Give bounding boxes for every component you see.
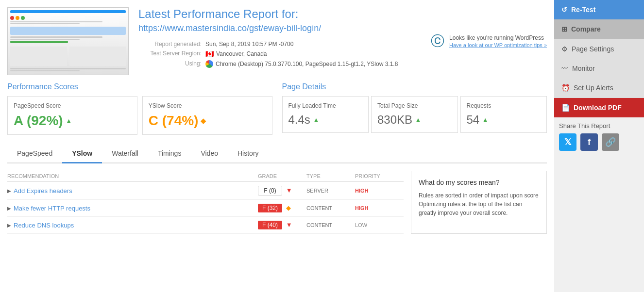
pagespeed-score-card: PageSpeed Score A (92%) ▲ bbox=[7, 96, 137, 135]
type-cell-3: CONTENT bbox=[306, 222, 355, 228]
wordpress-link[interactable]: Have a look at our WP optimization tips … bbox=[449, 42, 547, 48]
page-details-panel: Page Details Fully Loaded Time 4.4s ▲ To… bbox=[282, 82, 547, 135]
grade-cell-1: F (0) ▼ bbox=[258, 186, 306, 195]
priority-cell-2: HIGH bbox=[355, 205, 404, 211]
yslow-score-card: YSlow Score C (74%) ◆ bbox=[142, 96, 272, 135]
tab-yslow[interactable]: YSlow bbox=[62, 145, 102, 163]
fully-loaded-value: 4.4s ▲ bbox=[288, 113, 363, 127]
wordpress-notice: ⓒ Looks like you're running WordPress Ha… bbox=[431, 7, 547, 75]
total-size-label: Total Page Size bbox=[377, 102, 452, 109]
tab-pagespeed[interactable]: PageSpeed bbox=[7, 145, 62, 163]
tab-waterfall[interactable]: Waterfall bbox=[102, 145, 148, 163]
pagespeed-label: PageSpeed Score bbox=[14, 102, 131, 109]
yslow-label: YSlow Score bbox=[149, 102, 266, 109]
requests-value: 54 ▲ bbox=[467, 113, 541, 127]
test-server-value: 🇨🇦 Vancouver, Canada bbox=[205, 50, 267, 58]
requests-trend-icon: ▲ bbox=[482, 116, 489, 124]
compare-icon: ⊞ bbox=[561, 25, 567, 33]
expand-arrow-icon[interactable]: ▶ bbox=[7, 188, 11, 194]
grade-badge-1: F (0) bbox=[258, 186, 282, 195]
total-size-trend-icon: ▲ bbox=[415, 116, 422, 124]
rec-name-2[interactable]: ▶ Make fewer HTTP requests bbox=[7, 205, 258, 212]
test-server-label: Test Server Region: bbox=[138, 50, 202, 58]
report-generated-value: Sun, Sep 8, 2019 10:57 PM -0700 bbox=[205, 41, 293, 48]
canada-flag-icon: 🇨🇦 bbox=[205, 50, 214, 58]
retest-icon: ↺ bbox=[561, 6, 567, 14]
col-grade: GRADE bbox=[258, 173, 306, 179]
priority-cell-1: HIGH bbox=[355, 188, 404, 194]
pdf-icon: 📄 bbox=[561, 104, 570, 112]
yslow-trend-icon: ◆ bbox=[201, 117, 206, 125]
report-meta: Report generated: Sun, Sep 8, 2019 10:57… bbox=[138, 41, 407, 68]
what-scores-mean-box: What do my scores mean? Rules are sorted… bbox=[411, 171, 547, 234]
set-up-alerts-button[interactable]: ⏰ Set Up Alerts bbox=[554, 78, 644, 97]
download-pdf-button[interactable]: 📄 Download PDF bbox=[554, 98, 644, 117]
share-facebook-button[interactable]: f bbox=[580, 133, 598, 151]
report-heading: Latest Performance Report for: bbox=[138, 7, 407, 21]
compare-button[interactable]: ⊞ Compare bbox=[554, 19, 644, 39]
tab-history[interactable]: History bbox=[228, 145, 269, 163]
col-recommendation: RECOMMENDATION bbox=[7, 173, 258, 179]
recommendations-table: RECOMMENDATION GRADE TYPE PRIORITY ▶ Add… bbox=[7, 171, 404, 234]
site-preview bbox=[7, 7, 129, 75]
share-link-button[interactable]: 🔗 bbox=[602, 133, 619, 151]
what-box-line1: Rules are sorted in order of impact upon… bbox=[419, 191, 539, 200]
pagespeed-value: A (92%) ▲ bbox=[14, 113, 131, 129]
performance-scores-panel: Performance Scores PageSpeed Score A (92… bbox=[7, 82, 272, 135]
yslow-value: C (74%) ◆ bbox=[149, 113, 266, 129]
page-details-title: Page Details bbox=[282, 82, 547, 91]
using-value: Chrome (Desktop) 75.0.3770.100, PageSpee… bbox=[205, 60, 398, 68]
grade-badge-2: F (32) bbox=[258, 204, 282, 212]
tab-timings[interactable]: Timings bbox=[148, 145, 191, 163]
rec-name-3[interactable]: ▶ Reduce DNS lookups bbox=[7, 222, 258, 229]
what-box-title: What do my scores mean? bbox=[419, 178, 539, 186]
col-type: TYPE bbox=[306, 173, 355, 179]
col-priority: PRIORITY bbox=[355, 173, 404, 179]
grade-badge-3: F (40) bbox=[258, 221, 282, 229]
table-row: ▶ Add Expires headers F (0) ▼ SERVER HIG… bbox=[7, 182, 404, 200]
share-label: Share This Report bbox=[559, 122, 639, 130]
type-cell-1: SERVER bbox=[306, 188, 355, 194]
fully-loaded-trend-icon: ▲ bbox=[313, 116, 320, 124]
monitor-icon: 〰 bbox=[561, 65, 568, 72]
fully-loaded-card: Fully Loaded Time 4.4s ▲ bbox=[282, 96, 369, 133]
performance-scores-title: Performance Scores bbox=[7, 82, 272, 91]
requests-label: Requests bbox=[467, 102, 541, 109]
type-cell-2: CONTENT bbox=[306, 205, 355, 211]
wordpress-notice-text: Looks like you're running WordPress bbox=[449, 34, 547, 41]
expand-arrow-icon-3[interactable]: ▶ bbox=[7, 223, 11, 228]
what-box-line2: Optimizing rules at the top of the list … bbox=[419, 200, 539, 217]
monitor-button[interactable]: 〰 Monitor bbox=[554, 59, 644, 78]
requests-card: Requests 54 ▲ bbox=[460, 96, 547, 133]
total-size-value: 830KB ▲ bbox=[377, 113, 452, 127]
report-url[interactable]: https://www.mastersindia.co/gst/eway-bil… bbox=[138, 23, 407, 33]
pagespeed-trend-icon: ▲ bbox=[66, 117, 72, 125]
priority-cell-3: LOW bbox=[355, 222, 404, 228]
priority-icon-3: ▼ bbox=[286, 221, 292, 228]
priority-icon-2: ◆ bbox=[286, 204, 291, 211]
gear-icon: ⚙ bbox=[561, 45, 568, 53]
priority-icon-1: ▼ bbox=[286, 187, 292, 194]
using-label: Using: bbox=[138, 60, 202, 68]
report-generated-label: Report generated: bbox=[138, 41, 202, 48]
report-title-section: Latest Performance Report for: https://w… bbox=[138, 7, 407, 75]
grade-cell-2: F (32) ◆ bbox=[258, 204, 306, 212]
wordpress-icon: ⓒ bbox=[431, 32, 444, 50]
total-size-card: Total Page Size 830KB ▲ bbox=[371, 96, 458, 133]
tab-video[interactable]: Video bbox=[191, 145, 228, 163]
retest-button[interactable]: ↺ Re-Test bbox=[554, 0, 644, 19]
grade-cell-3: F (40) ▼ bbox=[258, 221, 306, 229]
alert-icon: ⏰ bbox=[561, 84, 570, 92]
share-section: Share This Report 𝕏 f 🔗 bbox=[554, 117, 644, 156]
page-settings-button[interactable]: ⚙ Page Settings bbox=[554, 39, 644, 59]
table-row: ▶ Make fewer HTTP requests F (32) ◆ CONT… bbox=[7, 200, 404, 217]
rec-name-1[interactable]: ▶ Add Expires headers bbox=[7, 187, 258, 195]
sidebar: ↺ Re-Test ⊞ Compare ⚙ Page Settings 〰 Mo… bbox=[554, 0, 644, 292]
share-twitter-button[interactable]: 𝕏 bbox=[559, 133, 576, 151]
table-row: ▶ Reduce DNS lookups F (40) ▼ CONTENT LO… bbox=[7, 217, 404, 234]
fully-loaded-label: Fully Loaded Time bbox=[288, 102, 363, 109]
tab-bar: PageSpeed YSlow Waterfall Timings Video … bbox=[7, 145, 547, 163]
chrome-icon bbox=[205, 60, 213, 68]
expand-arrow-icon-2[interactable]: ▶ bbox=[7, 206, 11, 211]
